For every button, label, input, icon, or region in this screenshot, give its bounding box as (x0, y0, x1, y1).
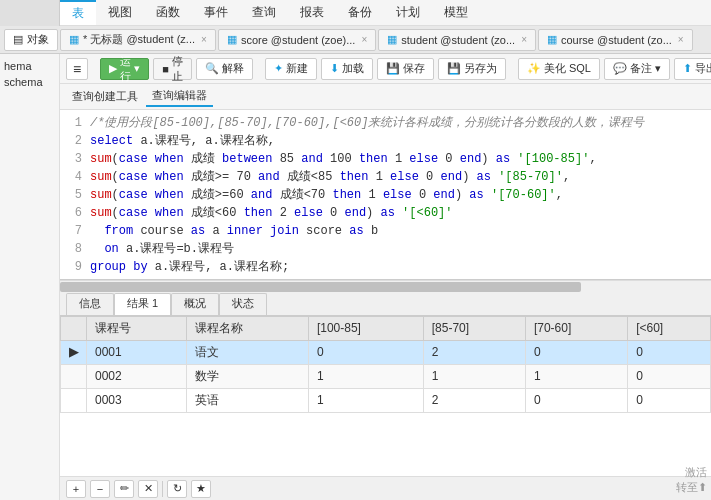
tab-info[interactable]: 信息 (66, 293, 114, 315)
menu-item-model[interactable]: 模型 (432, 0, 480, 25)
comment-button[interactable]: 💬 备注 ▾ (604, 58, 670, 80)
menu-item-report[interactable]: 报表 (288, 0, 336, 25)
save-button[interactable]: 💾 保存 (377, 58, 434, 80)
table-row[interactable]: 0002 数学 1 1 1 0 (61, 364, 711, 388)
beautify-icon: ✨ (527, 62, 541, 75)
table-row[interactable]: ▶ 0001 语文 0 2 0 0 (61, 340, 711, 364)
code-content-4: sum(case when 成绩>= 70 and 成绩<85 then 1 e… (90, 168, 711, 186)
content-area: ≡ ▶ 运行 ▾ ■ 停止 🔍 解释 ✦ 新建 (60, 54, 711, 500)
stop-icon: ■ (162, 63, 169, 75)
col-header-course-name: 课程名称 (186, 316, 308, 340)
create-tool-button[interactable]: 查询创建工具 (66, 87, 144, 107)
scrollbar-thumb[interactable] (60, 282, 581, 292)
schema-item-schema[interactable]: schema (0, 74, 59, 90)
explain-button[interactable]: 🔍 解释 (196, 58, 253, 80)
tab-student[interactable]: ▦ student @student (zo... × (378, 29, 536, 51)
tab-untitled[interactable]: ▦ * 无标题 @student (z... × (60, 29, 216, 51)
cell-100-85: 0 (308, 340, 423, 364)
cell-70-60: 1 (525, 364, 627, 388)
tab-object-label: 对象 (27, 32, 49, 47)
load-button[interactable]: ⬇ 加载 (321, 58, 373, 80)
beautify-label: 美化 SQL (544, 61, 591, 76)
hamburger-button[interactable]: ≡ (66, 58, 88, 80)
tab-bar: ▤ 对象 ▦ * 无标题 @student (z... × ▦ score @s… (0, 26, 711, 54)
schema-item-hema[interactable]: hema (0, 58, 59, 74)
tab-close-1[interactable]: × (201, 34, 207, 45)
menu-item-backup[interactable]: 备份 (336, 0, 384, 25)
delete-row-button[interactable]: ✕ (138, 480, 158, 498)
tab-close-2[interactable]: × (361, 34, 367, 45)
query-icon-2: ▦ (227, 33, 237, 46)
code-content-5: sum(case when 成绩>=60 and 成绩<70 then 1 el… (90, 186, 711, 204)
cell-course-name: 数学 (186, 364, 308, 388)
cell-course-num: 0002 (87, 364, 187, 388)
cell-lt60: 0 (628, 364, 711, 388)
line-num-2: 2 (60, 132, 90, 150)
refresh-button[interactable]: ↻ (167, 480, 187, 498)
menu-item-plan[interactable]: 计划 (384, 0, 432, 25)
results-area: 课程号 课程名称 [100-85] [85-70] [70-60] [<60] … (60, 316, 711, 477)
status-separator (162, 481, 163, 497)
remove-row-button[interactable]: − (90, 480, 110, 498)
save-as-button[interactable]: 💾 另存为 (438, 58, 506, 80)
run-button[interactable]: ▶ 运行 ▾ (100, 58, 149, 80)
line-num-4: 4 (60, 168, 90, 186)
comment-dropdown-icon: ▾ (655, 62, 661, 75)
save-label: 保存 (403, 61, 425, 76)
cell-70-60: 0 (525, 388, 627, 412)
cell-course-num: 0003 (87, 388, 187, 412)
code-line-1: 1 /*使用分段[85-100],[85-70],[70-60],[<60]来统… (60, 114, 711, 132)
add-row-button[interactable]: + (66, 480, 86, 498)
run-label: 运行 (120, 54, 131, 84)
tab-score-label: score @student (zoe)... (241, 34, 356, 46)
menu-item-table[interactable]: 表 (60, 0, 96, 25)
line-num-6: 6 (60, 204, 90, 222)
tab-course[interactable]: ▦ course @student (zo... × (538, 29, 693, 51)
create-tool-label: 查询创建工具 (72, 89, 138, 104)
col-header-course-num: 课程号 (87, 316, 187, 340)
load-icon: ⬇ (330, 62, 339, 75)
code-editor[interactable]: 1 /*使用分段[85-100],[85-70],[70-60],[<60]来统… (60, 110, 711, 280)
new-button[interactable]: ✦ 新建 (265, 58, 317, 80)
col-header-lt60: [<60] (628, 316, 711, 340)
tab-untitled-label: * 无标题 @student (z... (83, 32, 195, 47)
menu-item-query[interactable]: 查询 (240, 0, 288, 25)
code-line-3: 3 sum(case when 成绩 between 85 and 100 th… (60, 150, 711, 168)
load-label: 加载 (342, 61, 364, 76)
stop-button[interactable]: ■ 停止 (153, 58, 192, 80)
tab-result1[interactable]: 结果 1 (114, 293, 171, 315)
menu-item-view[interactable]: 视图 (96, 0, 144, 25)
bottom-tabs: 信息 结果 1 概况 状态 (60, 292, 711, 316)
table-row[interactable]: 0003 英语 1 2 0 0 (61, 388, 711, 412)
tab-object[interactable]: ▤ 对象 (4, 29, 58, 51)
save-icon: 💾 (386, 62, 400, 75)
menu-item-function[interactable]: 函数 (144, 0, 192, 25)
comment-icon: 💬 (613, 62, 627, 75)
tab-status[interactable]: 状态 (219, 293, 267, 315)
code-content-1: /*使用分段[85-100],[85-70],[70-60],[<60]来统计各… (90, 114, 711, 132)
col-header-100-85: [100-85] (308, 316, 423, 340)
query-icon-1: ▦ (69, 33, 79, 46)
cell-course-name: 语文 (186, 340, 308, 364)
tab-close-4[interactable]: × (678, 34, 684, 45)
object-icon: ▤ (13, 33, 23, 46)
code-line-6: 6 sum(case when 成绩<60 then 2 else 0 end)… (60, 204, 711, 222)
edit-row-button[interactable]: ✏ (114, 480, 134, 498)
left-panel: hema schema (0, 54, 60, 500)
tab-overview[interactable]: 概况 (171, 293, 219, 315)
tab-close-3[interactable]: × (521, 34, 527, 45)
cell-lt60: 0 (628, 340, 711, 364)
tab-score[interactable]: ▦ score @student (zoe)... × (218, 29, 376, 51)
code-line-4: 4 sum(case when 成绩>= 70 and 成绩<85 then 1… (60, 168, 711, 186)
cell-100-85: 1 (308, 364, 423, 388)
star-button[interactable]: ★ (191, 480, 211, 498)
beautify-button[interactable]: ✨ 美化 SQL (518, 58, 600, 80)
query-editor-button[interactable]: 查询编辑器 (146, 87, 213, 107)
horizontal-scrollbar[interactable] (60, 280, 711, 292)
code-line-9: 9 group by a.课程号, a.课程名称; (60, 258, 711, 276)
code-content-7: from course as a inner join score as b (90, 222, 711, 240)
cell-70-60: 0 (525, 340, 627, 364)
query-icon-3: ▦ (387, 33, 397, 46)
menu-item-event[interactable]: 事件 (192, 0, 240, 25)
export-button[interactable]: ⬆ 导出 (674, 58, 711, 80)
